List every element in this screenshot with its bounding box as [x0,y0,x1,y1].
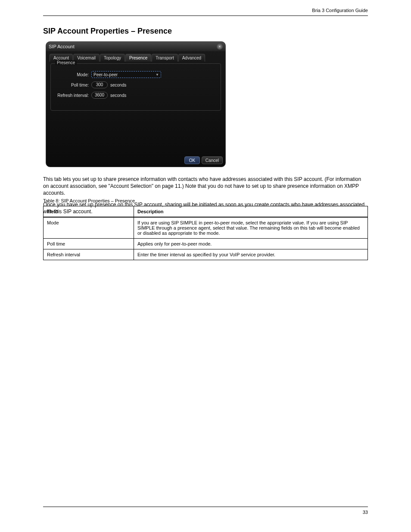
table-caption: Table 8: SIP Account Properties – Presen… [43,198,135,203]
mode-value: Peer-to-peer [93,72,118,77]
refresh-label: Refresh interval: [55,93,91,98]
poll-units: seconds [110,83,126,87]
cell-desc: If you are using SIP SIMPLE in peer-to-p… [134,217,368,239]
tab-voicemail[interactable]: Voicemail [73,54,100,62]
page-number: 33 [363,510,368,515]
header-product: Bria 3 Configuration Guide [312,8,368,13]
header-rule [43,16,368,16]
tab-topology[interactable]: Topology [100,54,125,62]
tab-presence[interactable]: Presence [125,54,151,62]
poll-label: Poll time: [55,83,91,87]
table-row: Refresh interval Enter the timer interva… [44,249,368,260]
paragraph-1: This tab lets you set up to share presen… [43,176,368,197]
properties-table: Field Description Mode If you are using … [43,206,368,260]
chevron-down-icon: ▼ [156,73,159,77]
footer-rule [43,507,368,507]
refresh-units: seconds [110,93,126,98]
poll-input[interactable]: 300 [91,81,108,88]
cell-field: Refresh interval [44,249,134,260]
row-mode: Mode: Peer-to-peer ▼ [55,71,216,78]
table-header-row: Field Description [44,206,368,218]
cell-desc: Enter the timer interval as specified by… [134,249,368,260]
th-field: Field [44,206,134,218]
presence-group: Presence Mode: Peer-to-peer ▼ Poll time:… [50,63,221,111]
table-row: Mode If you are using SIP SIMPLE in peer… [44,217,368,239]
cell-desc: Applies only for peer-to-peer mode. [134,239,368,249]
cell-field: Poll time [44,239,134,249]
row-poll: Poll time: 300 seconds [55,81,216,89]
th-description: Description [134,206,368,218]
dialog-footer: OK Cancel [184,156,223,164]
cell-field: Mode [44,217,134,239]
tab-advanced[interactable]: Advanced [178,54,205,62]
mode-dropdown[interactable]: Peer-to-peer ▼ [91,71,161,78]
dialog-titlebar: SIP Account × [46,42,225,51]
table-row: Poll time Applies only for peer-to-peer … [44,239,368,249]
cancel-button[interactable]: Cancel [202,156,223,164]
sip-account-dialog: SIP Account × Account Voicemail Topology… [46,41,226,167]
close-icon[interactable]: × [217,44,223,50]
tab-transport[interactable]: Transport [152,54,177,62]
dialog-title: SIP Account [49,44,75,49]
ok-button[interactable]: OK [184,156,200,164]
mode-label: Mode: [55,72,91,77]
page-heading: SIP Account Properties – Presence [43,27,172,36]
refresh-input[interactable]: 3600 [91,92,108,99]
group-title: Presence [55,60,77,65]
row-refresh: Refresh interval: 3600 seconds [55,91,216,99]
